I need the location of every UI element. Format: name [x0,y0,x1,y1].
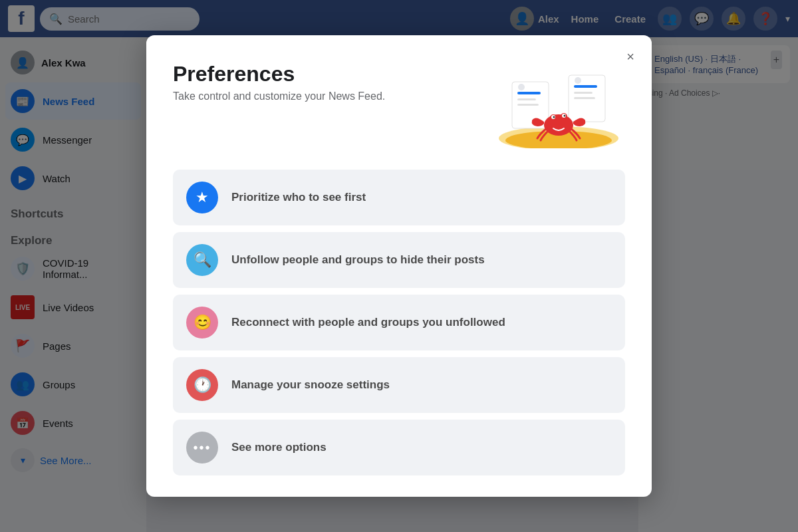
svg-rect-8 [574,85,597,88]
svg-point-17 [553,116,555,118]
pref-label-snooze: Manage your snooze settings [231,378,390,392]
search-pref-icon: 🔍 [186,244,218,276]
svg-point-11 [575,77,581,84]
modal-title: Preferences [173,62,385,86]
pref-label-more-options: See more options [231,441,327,454]
svg-point-12 [544,114,573,136]
pref-item-unfollow[interactable]: 🔍 Unfollow people and groups to hide the… [173,232,625,288]
modal-illustration [492,62,625,148]
pref-item-reconnect[interactable]: 😊 Reconnect with people and groups you u… [173,295,625,350]
pref-label-unfollow: Unfollow people and groups to hide their… [231,253,485,267]
modal-overlay[interactable]: × Preferences Take control and customize… [0,0,798,532]
pref-label-prioritize: Prioritize who to see first [231,191,366,204]
modal-header: Preferences Take control and customize y… [173,62,625,148]
svg-point-6 [518,84,525,90]
modal-subtitle: Take control and customize your News Fee… [173,90,385,102]
svg-rect-3 [517,92,541,94]
modal-title-area: Preferences Take control and customize y… [173,62,385,102]
reconnect-icon: 😊 [186,307,218,338]
svg-point-18 [564,115,566,117]
svg-rect-10 [574,97,595,99]
preferences-modal: × Preferences Take control and customize… [146,35,652,497]
svg-rect-4 [517,98,536,100]
preferences-list: ★ Prioritize who to see first 🔍 Unfollow… [173,170,625,475]
svg-rect-5 [517,104,539,106]
modal-close-button[interactable]: × [620,46,641,67]
svg-rect-9 [574,92,593,94]
pref-label-reconnect: Reconnect with people and groups you unf… [231,316,505,329]
pref-item-more-options[interactable]: ••• See more options [173,420,625,475]
snooze-icon: 🕐 [186,369,218,401]
pref-item-prioritize[interactable]: ★ Prioritize who to see first [173,170,625,225]
more-options-icon: ••• [186,432,218,464]
pref-item-snooze[interactable]: 🕐 Manage your snooze settings [173,357,625,413]
star-icon: ★ [186,182,218,213]
